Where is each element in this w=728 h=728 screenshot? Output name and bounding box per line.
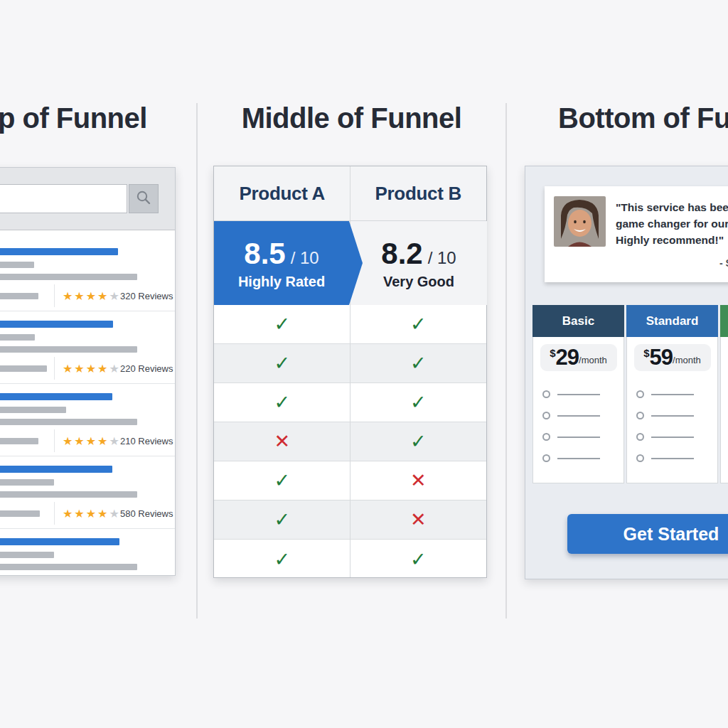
search-input[interactable] (0, 184, 127, 213)
search-result: ★★★★★ 210 Reviews (0, 393, 175, 456)
product-a-rating-label: Highly Rated (238, 274, 325, 290)
result-text-bar (0, 510, 40, 517)
plan-standard-header: Standard (626, 305, 718, 337)
check-icon: ✓ (274, 508, 290, 531)
star-rating-icon: ★★★★★ (63, 362, 121, 375)
result-text-bar (0, 262, 34, 268)
result-text-bar (0, 346, 137, 353)
cross-icon: ✕ (410, 508, 427, 531)
result-text-bar (0, 334, 35, 341)
result-text-bar (0, 552, 54, 558)
column-divider (505, 103, 507, 619)
rating-row: ★★★★★ 220 Reviews (0, 360, 175, 377)
search-icon (136, 190, 151, 208)
rating-divider (54, 357, 55, 380)
result-text-bar (0, 564, 137, 570)
search-results-list: ★★★★★ 320 Reviews ★★★★★ 220 Reviews (0, 230, 175, 570)
comparison-table: Product A Product B 8.2 / 10 Very Good 8… (213, 166, 487, 578)
plan-standard: Standard $59/month (626, 305, 718, 483)
bullet-circle-icon (636, 390, 644, 398)
feature-item (636, 390, 717, 398)
feature-item (636, 454, 717, 462)
feature-item (542, 390, 623, 398)
product-b-header: Product B (350, 166, 487, 220)
section-title-top-of-funnel: Top of Funnel (0, 102, 147, 134)
plan-standard-body: $59/month (626, 337, 718, 483)
section-title-middle-of-funnel: Middle of Funnel (197, 102, 506, 134)
testimonial-card: "This service has been game changer for … (545, 186, 728, 282)
column-divider (196, 103, 198, 619)
search-results-panel: ★★★★★ 320 Reviews ★★★★★ 220 Reviews (0, 167, 176, 576)
plan-third-body (720, 337, 728, 483)
pricing-table: Basic $29/month Standard (532, 305, 728, 483)
review-count: 210 Reviews (120, 436, 173, 446)
check-icon: ✓ (274, 313, 290, 336)
result-link-bar[interactable] (0, 321, 113, 328)
check-icon: ✓ (410, 313, 427, 336)
check-icon: ✓ (410, 352, 427, 375)
score-suffix: / 10 (291, 248, 319, 268)
testimonial-attribution: - S (719, 257, 728, 269)
result-text-bar (0, 419, 137, 425)
check-icon: ✓ (410, 430, 427, 453)
bullet-circle-icon (636, 433, 644, 441)
bullet-circle-icon (542, 454, 550, 462)
plan-basic-price: $29/month (540, 344, 617, 371)
check-icon: ✓ (274, 391, 290, 414)
result-link-bar[interactable] (0, 538, 119, 545)
cross-icon: ✕ (274, 430, 290, 453)
result-separator (0, 311, 175, 311)
rating-row: ★★★★★ 320 Reviews (0, 287, 175, 304)
rating-row: ★★★★★ 580 Reviews (0, 505, 175, 522)
feature-item (542, 454, 623, 462)
result-text-bar (0, 438, 38, 444)
feature-list (627, 390, 717, 462)
search-button[interactable] (129, 184, 159, 213)
feature-item (542, 412, 623, 419)
result-separator (0, 456, 175, 456)
product-a-score: 8.5 (244, 237, 285, 271)
result-link-bar[interactable] (0, 393, 112, 400)
bullet-circle-icon (636, 454, 644, 462)
section-title-bottom-of-funnel: Bottom of Funnel (558, 102, 728, 134)
check-icon: ✓ (410, 548, 427, 571)
bullet-circle-icon (542, 412, 550, 419)
plan-basic-body: $29/month (532, 337, 624, 483)
result-text-bar (0, 479, 54, 486)
result-text-bar (0, 407, 66, 413)
check-icon: ✓ (274, 469, 290, 492)
plan-third-header (720, 305, 728, 337)
check-icon: ✓ (410, 391, 427, 414)
result-text-bar (0, 491, 137, 498)
bottom-funnel-panel: "This service has been game changer for … (525, 166, 728, 579)
result-text-bar (0, 365, 47, 372)
product-b-rating-label: Very Good (383, 274, 454, 290)
search-result: ★★★★★ 220 Reviews (0, 321, 175, 384)
bullet-circle-icon (542, 390, 550, 398)
result-link-bar[interactable] (0, 248, 118, 255)
result-separator (0, 528, 175, 529)
get-started-button[interactable]: Get Started (567, 514, 728, 554)
plan-basic: Basic $29/month (532, 305, 624, 483)
plan-third-cutoff (720, 305, 728, 483)
feature-item (636, 412, 717, 419)
result-separator (0, 383, 175, 384)
check-icon: ✓ (274, 352, 290, 375)
rating-row: ★★★★★ 210 Reviews (0, 432, 175, 449)
search-result: ★★★★★ 580 Reviews (0, 466, 175, 529)
cross-icon: ✕ (410, 469, 427, 492)
check-icon: ✓ (274, 548, 290, 571)
customer-avatar (554, 196, 606, 247)
product-a-header: Product A (214, 166, 350, 220)
result-link-bar[interactable] (0, 466, 112, 473)
bullet-circle-icon (542, 433, 550, 441)
product-b-rating: 8.2 / 10 Very Good (350, 221, 487, 305)
feature-item (636, 433, 717, 441)
search-header (0, 168, 175, 230)
product-b-score: 8.2 (381, 237, 422, 271)
result-text-bar (0, 274, 137, 280)
bullet-circle-icon (636, 412, 644, 419)
result-text-bar (0, 293, 38, 299)
rating-divider (54, 429, 55, 452)
star-rating-icon: ★★★★★ (63, 507, 121, 520)
